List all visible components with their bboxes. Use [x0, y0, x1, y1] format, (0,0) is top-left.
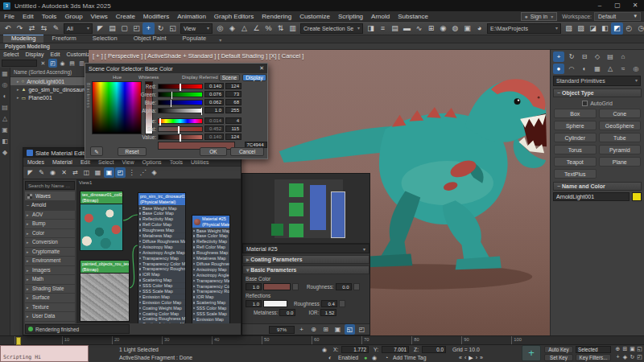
- browser-category[interactable]: Utility: [25, 322, 75, 324]
- menu-item[interactable]: Scripting: [334, 11, 367, 22]
- lights-category-icon[interactable]: ◐: [579, 64, 590, 74]
- snapshot-icon[interactable]: ◧: [599, 23, 611, 35]
- maxscript-mini-listener[interactable]: Scripting Hi: [0, 345, 89, 362]
- menu-item[interactable]: Modifiers: [139, 11, 173, 22]
- play-icon[interactable]: ▶: [469, 355, 473, 361]
- browser-category[interactable]: Texture: [25, 303, 75, 312]
- selection-set-dropdown[interactable]: Selected: [576, 346, 611, 353]
- workspace-dropdown[interactable]: Default▾: [594, 12, 641, 21]
- pick-mode-icon[interactable]: ◆: [2, 149, 7, 156]
- browser-category[interactable]: User Data: [25, 312, 75, 321]
- browser-item-waves[interactable]: Waves: [25, 191, 75, 200]
- next-frame-icon[interactable]: ›: [476, 355, 477, 361]
- maximize-viewport-icon[interactable]: ◰: [636, 354, 643, 362]
- display-cameras-icon[interactable]: △: [2, 115, 7, 122]
- sign-in-button[interactable]: ● Sign in ▾: [521, 12, 558, 21]
- slate-menu-item[interactable]: Material: [48, 159, 76, 165]
- previous-frame-icon[interactable]: ‹: [464, 355, 466, 361]
- object-type-button[interactable]: Sphere: [554, 121, 597, 130]
- display-helpers-icon[interactable]: ▣: [2, 126, 8, 134]
- move-children-icon[interactable]: ⇄: [70, 167, 80, 178]
- map-slot[interactable]: Emission Color Map: [192, 323, 229, 323]
- maximize-button[interactable]: ▢: [609, 0, 626, 11]
- display-children-icon[interactable]: ▤: [68, 59, 76, 68]
- menu-item[interactable]: Rendering: [258, 11, 295, 22]
- pan-icon[interactable]: +: [296, 324, 307, 335]
- map-slot[interactable]: Diffuse Roughness Map: [192, 261, 229, 266]
- zoom-region-icon[interactable]: ⊞: [320, 324, 331, 335]
- ribbon-tab[interactable]: Modeling: [3, 35, 43, 43]
- select-filter-icon[interactable]: ◰: [48, 59, 57, 68]
- layout-all-icon[interactable]: ⋮: [126, 167, 137, 178]
- base-color-map-button[interactable]: [292, 283, 299, 290]
- zoom-region-icon[interactable]: ◱: [636, 346, 643, 354]
- map-slot[interactable]: Base Weight Map: [192, 228, 229, 233]
- map-slot[interactable]: Anisotropy Angle Map: [192, 273, 229, 278]
- base-roughness-spinner[interactable]: 0.0: [336, 283, 352, 290]
- pick-material-icon[interactable]: ✎: [36, 167, 47, 178]
- map-slot[interactable]: Anisotropy Map: [138, 245, 185, 249]
- ribbon-tab[interactable]: Selection: [85, 35, 126, 43]
- x-coordinate-field[interactable]: 1.772: [341, 346, 369, 353]
- map-slot[interactable]: Anisotropy Map: [192, 267, 229, 272]
- bind-to-space-warp-icon[interactable]: ✎: [50, 23, 62, 35]
- green-display-value[interactable]: 73: [225, 91, 242, 97]
- zoom-icon[interactable]: ⊕: [614, 346, 621, 354]
- row-plane001[interactable]: ▸ ▭ Plane001: [10, 93, 88, 101]
- alpha-slider[interactable]: [158, 108, 203, 113]
- map-slot[interactable]: Roughness Map: [138, 228, 185, 232]
- map-slot[interactable]: SSS Scale Map: [192, 311, 229, 316]
- enabled-indicator-icon[interactable]: ●: [364, 355, 367, 360]
- map-slot[interactable]: Base Color Map: [138, 211, 185, 216]
- select-object-icon[interactable]: ◤: [94, 23, 106, 35]
- material-editor-icon[interactable]: ◉: [437, 23, 449, 35]
- percent-snap-icon[interactable]: %: [262, 23, 275, 35]
- go-to-end-icon[interactable]: »: [480, 355, 483, 361]
- ribbon-overflow-icon[interactable]: ▾: [214, 37, 226, 43]
- undo-icon[interactable]: ↶: [2, 23, 14, 35]
- scene-explorer-search-input[interactable]: [2, 60, 37, 67]
- map-slot[interactable]: Anisotropy Angle Map: [138, 250, 185, 255]
- map-slot[interactable]: SSS Color Map: [192, 306, 229, 311]
- navigator-node-block-selected[interactable]: [331, 191, 345, 238]
- dialog-title-bar[interactable]: Scene Color Selector: Base Color ✕: [85, 64, 267, 73]
- create-tab-icon[interactable]: +: [553, 51, 564, 62]
- base-weight-spinner[interactable]: 1.0: [246, 283, 262, 290]
- pan-icon[interactable]: +: [614, 354, 621, 362]
- object-type-button[interactable]: TextPlus: [554, 169, 597, 179]
- expand-arrow-icon[interactable]: ▸: [17, 79, 19, 84]
- green-slider[interactable]: [158, 92, 203, 97]
- map-slot[interactable]: Metalness Map: [192, 256, 229, 261]
- menu-item[interactable]: Tools: [38, 11, 61, 22]
- select-and-rotate-icon[interactable]: ↻: [155, 23, 167, 35]
- map-slot[interactable]: Reflectivity Map: [192, 239, 229, 244]
- map-slot[interactable]: SSS Scale Map: [138, 289, 185, 294]
- map-slot[interactable]: Transparency Roughness M: [138, 266, 185, 271]
- browser-category[interactable]: Bump: [25, 220, 75, 228]
- map-slot[interactable]: Transparency Map: [192, 278, 229, 283]
- name-column-header[interactable]: Name (Sorted Ascending): [10, 68, 88, 77]
- layout-graph-icon[interactable]: ◰: [357, 324, 367, 335]
- spinner-snap-icon[interactable]: ⇅: [275, 23, 287, 35]
- show-end-result-icon[interactable]: ◰: [115, 167, 126, 178]
- node-roughness-bitmap[interactable]: painted_objects_rou_tex.png(Bitmap): [80, 260, 130, 322]
- select-and-manipulate-icon[interactable]: ◈: [226, 23, 238, 35]
- object-type-button[interactable]: Torus: [554, 145, 597, 154]
- node-material-25[interactable]: Material #25(Physical Material) Base Wei…: [192, 215, 230, 323]
- map-slot[interactable]: Diffuse Roughness Map: [138, 239, 185, 244]
- snaps-toggle-icon[interactable]: △: [238, 23, 250, 35]
- hue-blackness-gradient[interactable]: [92, 81, 142, 134]
- select-and-scale-icon[interactable]: ◱: [167, 23, 179, 35]
- z-coordinate-field[interactable]: 0.0: [422, 346, 446, 353]
- slate-menu-item[interactable]: Options: [138, 159, 166, 165]
- motion-tab-icon[interactable]: ◇: [592, 51, 603, 62]
- slate-menu-item[interactable]: Tools: [166, 159, 187, 165]
- map-slot[interactable]: Coating Anisotropy Map: [138, 322, 185, 323]
- browser-category[interactable]: Cryptomatte: [25, 248, 75, 257]
- map-slot[interactable]: IOR Map: [138, 272, 185, 277]
- browser-category[interactable]: Color: [25, 229, 75, 238]
- autogrid-checkbox[interactable]: AutoGrid: [553, 99, 642, 108]
- blue-slider[interactable]: [158, 100, 203, 105]
- clear-search-icon[interactable]: ✕: [39, 59, 47, 68]
- schematic-view-icon[interactable]: ⊞: [425, 23, 437, 35]
